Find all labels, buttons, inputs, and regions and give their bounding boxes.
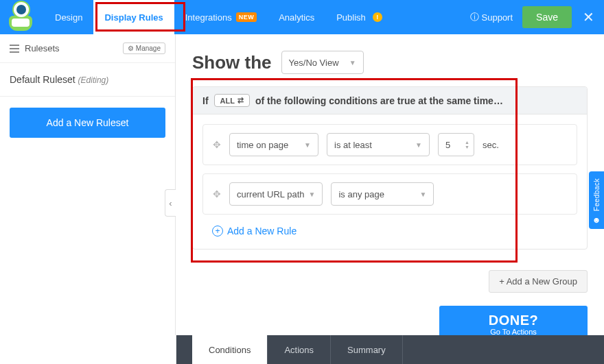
plus-circle-icon: + [212, 226, 223, 236]
feedback-tab[interactable]: Feedback ☻ [589, 171, 604, 229]
rule-value-input[interactable] [445, 140, 462, 150]
unit-label: sec. [483, 140, 499, 150]
manage-label: Manage [136, 45, 161, 52]
rule-field-select[interactable]: time on page ▼ [229, 133, 318, 156]
rule-field-value: time on page [237, 140, 288, 150]
step-up-icon[interactable]: ▲ [465, 140, 469, 145]
manage-button[interactable]: ⚙ Manage [123, 43, 165, 54]
swap-icon: ⇄ [237, 96, 244, 105]
tab-actions[interactable]: Actions [268, 335, 331, 364]
group-header: If ALL ⇄ of the following conditions are… [193, 87, 587, 114]
alert-badge: ! [373, 12, 382, 22]
chevron-down-icon: ▼ [420, 191, 427, 198]
view-select[interactable]: Yes/No View ▼ [281, 51, 364, 74]
ruleset-row[interactable]: Default Ruleset (Editing) [0, 63, 175, 97]
chevron-down-icon: ▼ [415, 141, 422, 149]
add-group-button[interactable]: + Add a New Group [489, 270, 588, 293]
nav-display-rules[interactable]: Display Rules [93, 0, 174, 34]
bottom-tabs: Conditions Actions Summary [0, 335, 604, 364]
save-button[interactable]: Save [522, 6, 572, 28]
smile-icon: ☻ [592, 215, 601, 225]
add-ruleset-button[interactable]: Add a New Ruleset [10, 108, 165, 138]
sidebar: Rulesets ⚙ Manage Default Ruleset (Editi… [0, 34, 176, 364]
nav-design[interactable]: Design [44, 0, 93, 34]
new-badge: NEW [236, 12, 257, 22]
rule-operator-value: is at least [334, 140, 372, 150]
rule-group: If ALL ⇄ of the following conditions are… [192, 86, 588, 250]
done-big-label: DONE? [439, 313, 588, 328]
nav-integrations[interactable]: Integrations NEW [174, 0, 268, 34]
drag-handle-icon[interactable]: ✥ [213, 189, 221, 199]
chevron-down-icon: ▼ [304, 141, 311, 149]
sidebar-title: Rulesets [25, 43, 60, 53]
nav-publish[interactable]: Publish ! [325, 0, 393, 34]
ruleset-name: Default Ruleset [10, 74, 76, 85]
rule-row: ✥ current URL path ▼ is any page ▼ [202, 173, 577, 215]
nav-integrations-label: Integrations [185, 12, 232, 23]
rule-operator-select[interactable]: is any page ▼ [331, 182, 434, 206]
add-rule-label: Add a New Rule [227, 226, 297, 236]
brand-logo [5, 3, 36, 31]
step-down-icon[interactable]: ▼ [465, 145, 469, 149]
feedback-label: Feedback [593, 178, 601, 211]
rule-value-stepper[interactable]: ▲ ▼ [438, 133, 474, 156]
close-icon[interactable]: ✕ [581, 8, 596, 27]
chevron-down-icon: ▼ [309, 191, 316, 198]
support-label: Support [482, 12, 513, 23]
question-circle-icon: ⓘ [470, 11, 479, 23]
rule-field-select[interactable]: current URL path ▼ [229, 182, 323, 206]
rule-operator-value: is any page [338, 189, 384, 199]
editing-label: (Editing) [78, 75, 109, 85]
drag-handle-icon[interactable]: ✥ [213, 139, 221, 150]
if-label: If [202, 95, 209, 106]
match-mode-toggle[interactable]: ALL ⇄ [214, 94, 250, 107]
chevron-down-icon: ▼ [349, 59, 356, 66]
rule-field-value: current URL path [237, 189, 305, 199]
tab-conditions[interactable]: Conditions [192, 335, 268, 364]
nav-publish-label: Publish [336, 12, 366, 23]
add-rule-button[interactable]: + Add a New Rule [202, 223, 577, 239]
match-mode-label: ALL [220, 97, 235, 105]
editor-area: Show the Yes/No View ▼ If ALL ⇄ of the f… [176, 34, 604, 364]
chevron-left-icon: ‹ [169, 198, 172, 208]
rule-row: ✥ time on page ▼ is at least ▼ ▲ ▼ [202, 124, 577, 165]
support-link[interactable]: ⓘ Support [470, 11, 513, 23]
gear-icon: ⚙ [128, 45, 134, 52]
show-the-label: Show the [192, 52, 272, 73]
view-select-value: Yes/No View [289, 58, 339, 68]
rule-operator-select[interactable]: is at least ▼ [327, 133, 430, 156]
tab-summary[interactable]: Summary [331, 335, 403, 364]
condition-tail-label: of the following conditions are true at … [255, 95, 503, 106]
collapse-sidebar-button[interactable]: ‹ [165, 189, 176, 217]
nav-analytics[interactable]: Analytics [268, 0, 325, 34]
list-icon [10, 45, 19, 53]
